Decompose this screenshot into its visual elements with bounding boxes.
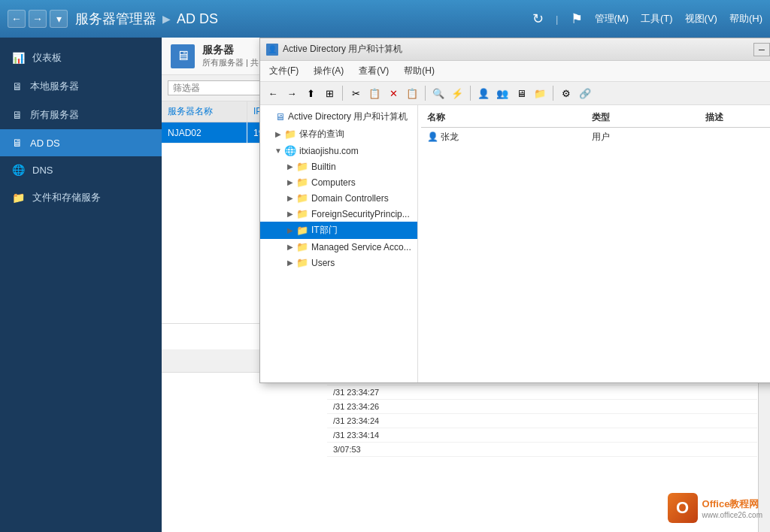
watermark-text: Office教程网 www.office26.com xyxy=(702,497,762,519)
tb-forward[interactable]: → xyxy=(283,85,300,101)
tb-grid[interactable]: ⊞ xyxy=(321,85,338,101)
watermark-line1: Office教程网 xyxy=(702,497,762,511)
it-icon: 📁 xyxy=(296,225,308,236)
tree-dc-label: Domain Controllers xyxy=(311,193,389,204)
ts-row-6: 3/07:53 xyxy=(327,443,757,457)
tb-new-ou[interactable]: 📁 xyxy=(532,85,548,101)
tree-domain-label: itxiaojishu.com xyxy=(299,146,359,156)
tb-up[interactable]: ⬆ xyxy=(302,85,319,101)
dialog-toolbar: ← → ⬆ ⊞ ✂ 📋 ✕ 📋 🔍 ⚡ 👤 👥 🖥 📁 ⚙ 🔗 xyxy=(260,82,770,105)
sidebar-item-all-servers[interactable]: 🖥 所有服务器 xyxy=(0,101,162,129)
title-bar-right: ↻ | ⚑ 管理(M) 工具(T) 视图(V) 帮助(H) xyxy=(532,11,762,27)
cell-server-name: NJAD02 xyxy=(162,122,247,144)
app-title-area: 服务器管理器 ▶ AD DS xyxy=(75,10,218,28)
msa-icon: 📁 xyxy=(296,241,308,252)
view-menu[interactable]: 视图(V) xyxy=(685,12,717,26)
content-table: 名称 类型 描述 👤 张龙 用户 xyxy=(421,108,770,147)
sidebar-label-dns: DNS xyxy=(32,165,53,176)
tb-filter[interactable]: ⚡ xyxy=(449,85,465,101)
dc-toggle: ▶ xyxy=(284,194,296,202)
saved-toggle: ▶ xyxy=(272,130,284,138)
tree-saved-label: 保存的查询 xyxy=(299,128,344,141)
tree-saved-queries[interactable]: ▶ 📁 保存的查询 xyxy=(260,125,417,143)
dc-icon: 📁 xyxy=(296,192,308,204)
sidebar-label-files: 文件和存储服务 xyxy=(32,191,101,204)
title-separator: ▶ xyxy=(162,13,171,25)
minimize-button[interactable]: ─ xyxy=(753,43,770,56)
tb-search[interactable]: 🔍 xyxy=(430,85,447,101)
it-toggle: ▶ xyxy=(284,226,296,234)
tree-root[interactable]: 🖥 Active Directory 用户和计算机 xyxy=(260,108,417,125)
watermark: O Office教程网 www.office26.com xyxy=(668,493,762,523)
dialog-menu-action[interactable]: 操作(A) xyxy=(309,62,348,80)
root-icon: 🖥 xyxy=(275,111,285,122)
content-col-desc[interactable]: 描述 xyxy=(699,108,770,128)
builtin-toggle: ▶ xyxy=(284,162,296,171)
sidebar-item-dns[interactable]: 🌐 DNS xyxy=(0,156,162,183)
fsp-icon: 📁 xyxy=(296,208,308,219)
tree-builtin-label: Builtin xyxy=(311,162,336,172)
sidebar-label-dashboard: 仪表板 xyxy=(32,51,62,65)
adds-icon: 🖥 xyxy=(12,137,23,149)
content-col-type[interactable]: 类型 xyxy=(586,108,699,128)
tree-it-label: IT部门 xyxy=(311,224,338,237)
tree-builtin[interactable]: ▶ 📁 Builtin xyxy=(260,159,417,174)
dialog-title-bar: 👤 Active Directory 用户和计算机 ─ □ ✕ xyxy=(260,38,770,61)
dialog-menu-view[interactable]: 查看(V) xyxy=(354,62,393,80)
domain-icon: 🌐 xyxy=(284,145,296,156)
tb-connect[interactable]: 🔗 xyxy=(577,85,593,101)
sidebar-item-files[interactable]: 📁 文件和存储服务 xyxy=(0,183,162,212)
tree-domain[interactable]: ▼ 🌐 itxiaojishu.com xyxy=(260,143,417,159)
sidebar-item-adds[interactable]: 🖥 AD DS xyxy=(0,129,162,156)
dialog-menu-file[interactable]: 文件(F) xyxy=(265,62,303,80)
user-icon: 👤 xyxy=(427,131,441,142)
refresh-icon[interactable]: ↻ xyxy=(532,11,544,27)
tree-fsp-label: ForeignSecurityPrincip... xyxy=(311,209,410,219)
msa-toggle: ▶ xyxy=(284,243,296,251)
tb-copy[interactable]: 📋 xyxy=(366,85,383,101)
nav-buttons: ← → ▾ xyxy=(8,10,68,28)
dialog-icon: 👤 xyxy=(266,44,278,56)
all-servers-icon: 🖥 xyxy=(12,109,23,121)
files-icon: 📁 xyxy=(12,192,25,204)
computers-toggle: ▶ xyxy=(284,178,296,186)
tree-msa[interactable]: ▶ 📁 Managed Service Acco... xyxy=(260,239,417,255)
help-menu[interactable]: 帮助(H) xyxy=(729,12,762,26)
dialog-menu-help[interactable]: 帮助(H) xyxy=(399,62,439,80)
tb-new-group[interactable]: 👥 xyxy=(494,85,511,101)
ts-row-5: /31 23:34:14 xyxy=(327,428,757,443)
col-server-name[interactable]: 服务器名称 xyxy=(162,101,247,122)
forward-button[interactable]: → xyxy=(29,10,47,28)
tb-delete[interactable]: ✕ xyxy=(385,85,402,101)
content-row-0[interactable]: 👤 张龙 用户 xyxy=(421,128,770,147)
tree-computers-label: Computers xyxy=(311,177,356,188)
sidebar-item-dashboard[interactable]: 📊 仪表板 xyxy=(0,44,162,72)
computers-icon: 📁 xyxy=(296,177,308,188)
tb-cut[interactable]: ✂ xyxy=(347,85,364,101)
tb-settings[interactable]: ⚙ xyxy=(558,85,574,101)
dialog-menu-bar: 文件(F) 操作(A) 查看(V) 帮助(H) xyxy=(260,61,770,82)
panel-header-icon: 🖥 xyxy=(171,44,195,68)
back-button[interactable]: ← xyxy=(8,10,26,28)
tree-dc[interactable]: ▶ 📁 Domain Controllers xyxy=(260,190,417,206)
tb-new-computer[interactable]: 🖥 xyxy=(513,85,529,101)
tree-fsp[interactable]: ▶ 📁 ForeignSecurityPrincip... xyxy=(260,206,417,222)
drop-button[interactable]: ▾ xyxy=(50,10,68,28)
tb-new-user[interactable]: 👤 xyxy=(475,85,492,101)
tree-msa-label: Managed Service Acco... xyxy=(311,242,411,252)
content-col-name[interactable]: 名称 xyxy=(421,108,586,128)
tree-computers[interactable]: ▶ 📁 Computers xyxy=(260,174,417,190)
tree-it-dept[interactable]: ▶ 📁 IT部门 xyxy=(260,222,417,239)
sidebar-item-local-server[interactable]: 🖥 本地服务器 xyxy=(0,72,162,101)
tb-back[interactable]: ← xyxy=(265,85,281,101)
tb-properties[interactable]: 📋 xyxy=(404,85,420,101)
watermark-logo: O xyxy=(668,493,698,523)
dialog-title: Active Directory 用户和计算机 xyxy=(283,43,753,56)
manage-menu[interactable]: 管理(M) xyxy=(595,12,629,26)
ts-row-2: /31 23:34:27 xyxy=(327,385,757,400)
builtin-icon: 📁 xyxy=(296,161,308,172)
tree-users[interactable]: ▶ 📁 Users xyxy=(260,255,417,271)
tree-users-label: Users xyxy=(311,258,335,268)
tools-menu[interactable]: 工具(T) xyxy=(641,12,673,26)
content-panel: 名称 类型 描述 👤 张龙 用户 xyxy=(418,105,770,382)
